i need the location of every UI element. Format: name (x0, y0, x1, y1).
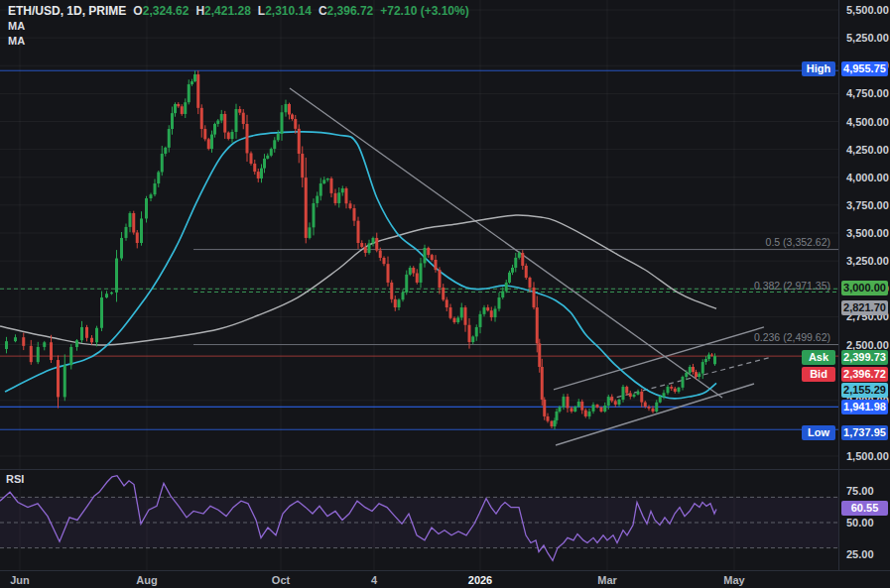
projection-dashed[interactable] (608, 357, 772, 400)
fib-level-label-0: 0.5 (3,352.62) (766, 236, 830, 248)
symbol-title[interactable]: ETH/USD, 1D, PRIME (8, 4, 126, 18)
rsi-tick: 50.00 (846, 517, 874, 529)
rsi-band-layer (0, 497, 838, 547)
rsi-tick: 25.00 (846, 548, 874, 560)
ma-fast-label: 2,155.29 (841, 383, 888, 398)
price-tick: 4,250.00 (846, 144, 889, 156)
rsi-tick: 75.00 (846, 485, 874, 497)
price-tick: 4,000.00 (846, 172, 889, 183)
price-tick: 3,500.00 (846, 227, 889, 239)
chart-legend: ETH/USD, 1D, PRIMEO2,324.62H2,421.28L2,3… (8, 4, 469, 18)
price-tick: 2,500.00 (846, 339, 889, 351)
price-tick: 3,750.00 (846, 199, 889, 211)
ma-fast-line[interactable] (5, 132, 716, 399)
close-label: C (318, 4, 327, 18)
low-label: 1,737.95 (841, 425, 888, 440)
change-value: +72.10 (+3.10%) (380, 4, 468, 18)
rsi-value-label: 60.55 (841, 501, 888, 516)
ask-label-tag: Ask (802, 350, 835, 365)
open-label: O (133, 4, 142, 18)
price-tick: 4,500.00 (846, 116, 889, 128)
pane-separator[interactable] (0, 469, 890, 470)
open-value: 2,324.62 (143, 4, 190, 18)
time-label-Mar: Mar (597, 574, 617, 586)
ma-indicator-row-1[interactable]: MA (8, 20, 25, 32)
ma-slow-label: 2,821.70 (841, 300, 888, 315)
moving-average-layer (0, 132, 716, 399)
channel-upper[interactable] (554, 327, 764, 390)
chart-canvas[interactable] (0, 0, 838, 570)
high-label: 4,955.75 (841, 61, 888, 76)
time-label-Oct: Oct (272, 574, 290, 586)
time-label-May: May (723, 574, 744, 586)
bid-label: 2,396.72 (841, 367, 888, 382)
time-axis[interactable]: JunAugOct42026MarMay (0, 570, 890, 588)
trading-chart-window: ETH/USD, 1D, PRIMEO2,324.62H2,421.28L2,3… (0, 0, 890, 588)
high-label-tag: High (802, 61, 835, 76)
fib-level-label-2: 0.236 (2,499.62) (754, 331, 830, 343)
time-label-Aug: Aug (136, 574, 157, 586)
price-tick: 1,500.00 (846, 450, 889, 462)
price-tick: 5,250.00 (846, 32, 889, 44)
ma-indicator-row-2[interactable]: MA (8, 35, 25, 47)
price-tick: 5,500.00 (846, 4, 889, 16)
low-value: 2,310.14 (265, 4, 312, 18)
price-axis[interactable]: 5,500.005,250.005,000.004,750.004,500.00… (838, 0, 890, 570)
price-tick: 4,750.00 (846, 87, 889, 99)
ask-label: 2,399.73 (841, 350, 888, 365)
price-tick: 3,250.00 (846, 255, 889, 267)
level-lines-layer (0, 70, 838, 429)
time-label-Jun: Jun (10, 574, 30, 586)
low-label-tag: Low (802, 425, 835, 440)
trendline-layer (290, 88, 772, 445)
high-value: 2,421.28 (204, 4, 251, 18)
descending-trendline[interactable] (290, 88, 722, 398)
support-label: 1,941.98 (841, 400, 888, 414)
fib-level-label-1: 0.382 (2,971.35) (754, 280, 830, 292)
bid-label-tag: Bid (802, 367, 835, 382)
rsi-indicator-title[interactable]: RSI (6, 473, 24, 485)
close-value: 2,396.72 (327, 4, 374, 18)
high-label: H (195, 4, 204, 18)
time-label-2026: 2026 (468, 574, 492, 586)
time-label-4: 4 (371, 574, 377, 586)
level-3000-label: 3,000.00 (841, 281, 888, 295)
